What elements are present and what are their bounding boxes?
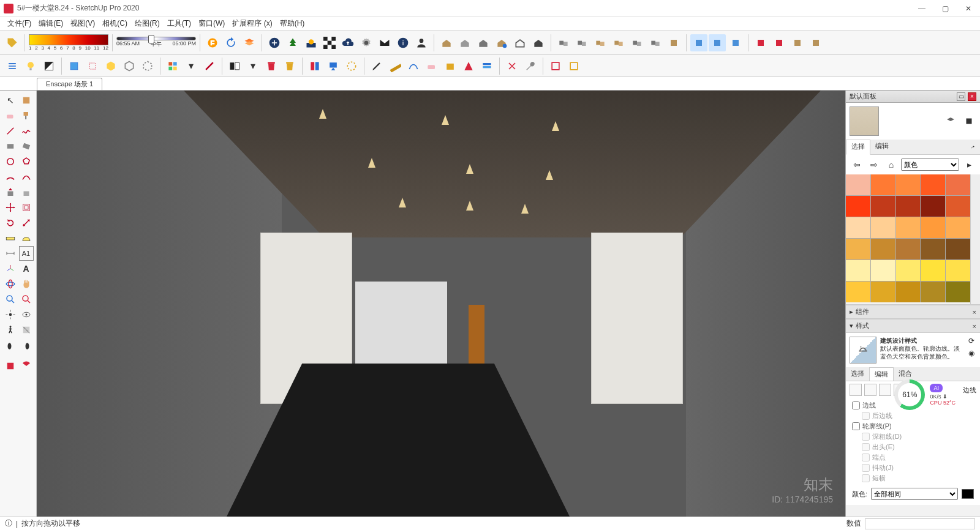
- curve-icon[interactable]: [405, 58, 422, 75]
- style-tab-select[interactable]: 选择: [846, 367, 869, 381]
- material-face-icon[interactable]: [943, 114, 958, 129]
- marquee-yellow-icon[interactable]: [565, 58, 582, 75]
- material-eyedropper-icon[interactable]: [965, 140, 980, 154]
- nav-fwd-icon[interactable]: ⇨: [867, 157, 881, 172]
- enscape-icon[interactable]: [204, 34, 221, 51]
- color-swatch[interactable]: [921, 196, 945, 217]
- move-tool-icon[interactable]: [3, 200, 18, 215]
- swatch-scrollbar[interactable]: [970, 174, 980, 304]
- color-swatch[interactable]: [896, 217, 921, 238]
- color-swatch[interactable]: [921, 239, 945, 259]
- gear-icon[interactable]: [358, 34, 375, 51]
- color-swatch[interactable]: [921, 282, 945, 302]
- maximize-button[interactable]: ▢: [940, 4, 951, 13]
- color-swatch[interactable]: [846, 282, 870, 302]
- hexagon-fill-icon[interactable]: [102, 58, 119, 75]
- menu-camera[interactable]: 相机(C): [99, 18, 131, 29]
- close-button[interactable]: ✕: [963, 4, 974, 13]
- edge-checkbox[interactable]: [862, 464, 870, 472]
- edge-option[interactable]: 轮廓线(P): [852, 422, 974, 431]
- freehand-tool-icon[interactable]: [19, 124, 34, 138]
- color-swatch[interactable]: [921, 174, 945, 195]
- foot-left-icon[interactable]: [3, 338, 18, 353]
- edge-color-chip[interactable]: [962, 489, 974, 499]
- hexagon-outline-icon[interactable]: [121, 58, 138, 75]
- panel-dual-icon[interactable]: [226, 58, 243, 75]
- style-tab-mix[interactable]: 混合: [894, 367, 917, 381]
- walk-tool-icon[interactable]: [3, 323, 18, 337]
- color-swatch[interactable]: [871, 196, 895, 217]
- scene-tab[interactable]: Enscape 场景 1: [37, 78, 102, 90]
- menu-window[interactable]: 窗口(W): [195, 18, 228, 29]
- position-camera-icon[interactable]: [3, 307, 18, 322]
- styles-section-header[interactable]: ▾ 样式 ×: [846, 319, 980, 333]
- trash-yellow-icon[interactable]: [281, 58, 298, 75]
- edge-option[interactable]: 抖动(J): [862, 463, 974, 472]
- checker-icon[interactable]: [321, 34, 338, 51]
- 3dtext-tool-icon[interactable]: A: [19, 261, 34, 276]
- styles-close-icon[interactable]: ×: [973, 323, 976, 330]
- arc-tool-icon[interactable]: [3, 170, 18, 184]
- cubes-4-icon[interactable]: [610, 34, 627, 51]
- material-category-select[interactable]: 颜色: [901, 159, 959, 171]
- color-swatch[interactable]: [846, 260, 870, 281]
- followme-tool-icon[interactable]: [19, 185, 34, 200]
- orbit-tool-icon[interactable]: [3, 277, 18, 291]
- warehouse-4-icon[interactable]: [493, 34, 510, 51]
- edge-option[interactable]: 后边线: [862, 411, 974, 420]
- hexagon-dash-icon[interactable]: [139, 58, 156, 75]
- triangle-icon[interactable]: [460, 58, 477, 75]
- sync-icon[interactable]: [222, 34, 239, 51]
- components-section-header[interactable]: ▸ 组件 ×: [846, 305, 980, 319]
- edge-option[interactable]: 端点: [862, 453, 974, 462]
- menu-help[interactable]: 帮助(H): [276, 18, 309, 29]
- split-icon[interactable]: [306, 58, 323, 75]
- layers3d-icon[interactable]: [241, 34, 258, 51]
- rotrect-tool-icon[interactable]: [19, 139, 34, 154]
- color-swatch[interactable]: [896, 239, 921, 259]
- warehouse-6-icon[interactable]: [530, 34, 547, 51]
- color-swatch[interactable]: [896, 196, 921, 217]
- contrast-icon[interactable]: [40, 58, 58, 75]
- cubes-3-icon[interactable]: [592, 34, 609, 51]
- color-swatch[interactable]: [846, 196, 870, 217]
- edge-checkbox[interactable]: [862, 433, 870, 441]
- cube-red-3-icon[interactable]: [789, 34, 806, 51]
- add-circle-icon[interactable]: [266, 34, 283, 51]
- color-swatch[interactable]: [846, 239, 870, 259]
- edge-checkbox[interactable]: [852, 401, 860, 409]
- cubes-5-icon[interactable]: [628, 34, 646, 51]
- scissor-icon[interactable]: [503, 58, 521, 75]
- minimize-button[interactable]: —: [916, 4, 927, 13]
- dimension-tool-icon[interactable]: [3, 246, 18, 261]
- wand-icon[interactable]: [201, 58, 218, 75]
- warehouse-1-icon[interactable]: [438, 34, 455, 51]
- foot-right-icon[interactable]: [19, 338, 34, 353]
- color-swatch[interactable]: [871, 260, 895, 281]
- line-tool-icon[interactable]: [3, 124, 18, 138]
- ai-badge[interactable]: AI: [930, 384, 943, 392]
- trash-icon[interactable]: [263, 58, 280, 75]
- cubes-6-icon[interactable]: [647, 34, 664, 51]
- paint-tool-icon[interactable]: [19, 108, 34, 123]
- chevron-down-2-icon[interactable]: ▾: [244, 58, 262, 75]
- menu-tools[interactable]: 工具(T): [164, 18, 195, 29]
- color-swatch[interactable]: [946, 217, 970, 238]
- component-tool-icon[interactable]: [19, 93, 34, 108]
- bulb-icon[interactable]: [22, 58, 39, 75]
- viewport-3d[interactable]: 俯瞰 透视 知末 ID: 1174245195: [37, 91, 845, 517]
- material-menu-icon[interactable]: ▸: [962, 157, 976, 172]
- style-new-icon[interactable]: ◉: [967, 349, 976, 359]
- text-tool-icon[interactable]: A1: [19, 246, 34, 261]
- pan-tool-icon[interactable]: [19, 277, 34, 291]
- info-icon[interactable]: i: [394, 34, 412, 51]
- zoom-extents-tool-icon[interactable]: [19, 292, 34, 307]
- edge-mode-3-icon[interactable]: [879, 384, 891, 396]
- style-tab-edit[interactable]: 编辑: [869, 367, 894, 381]
- warehouse-2-icon[interactable]: [456, 34, 473, 51]
- select-crop-icon[interactable]: [84, 58, 101, 75]
- tag-icon[interactable]: [4, 34, 21, 51]
- edge-checkbox[interactable]: [862, 453, 870, 461]
- cube-red-4-icon[interactable]: [807, 34, 824, 51]
- marquee-red-icon[interactable]: [547, 58, 564, 75]
